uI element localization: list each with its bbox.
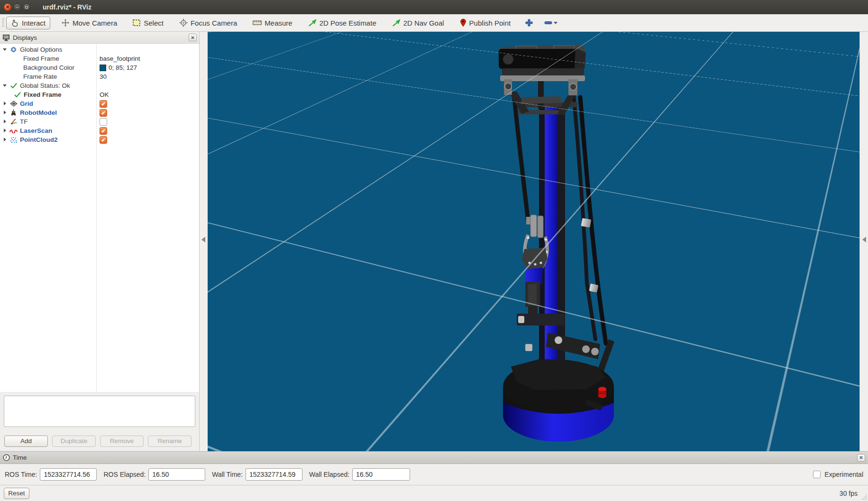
ros-time-field[interactable]: 1523327714.56 (40, 468, 97, 481)
time-panel: Time ✕ ROS Time: 1523327714.56 ROS Elaps… (0, 451, 868, 485)
panel-title: Displays (13, 34, 37, 41)
tree-item-label: Fixed Frame (24, 91, 62, 98)
expander-closed-icon[interactable] (2, 137, 8, 142)
tree-item-label: Frame Rate (23, 73, 57, 80)
experimental-checkbox[interactable] (813, 471, 821, 478)
visibility-checkbox[interactable] (100, 109, 107, 117)
grid-icon (9, 100, 18, 108)
tree-row-tf[interactable]: TF (0, 117, 199, 126)
ruler-icon (253, 20, 262, 25)
tree-row[interactable]: Global Options (0, 45, 199, 54)
property-value[interactable]: 30 (100, 73, 107, 80)
displays-panel: Displays ✕ Global Options Fixed Frame ba… (0, 32, 200, 451)
toolbar: Interact Move Camera Select Focus Camera… (0, 14, 868, 32)
tree-item-label: Grid (20, 100, 33, 107)
description-area (0, 392, 199, 431)
expander-closed-icon[interactable] (2, 110, 8, 115)
experimental-label: Experimental (824, 471, 863, 478)
time-panel-header[interactable]: Time ✕ (0, 451, 868, 464)
minus-icon (544, 21, 553, 25)
tool-label: Select (144, 19, 164, 27)
tree-item-label: LaserScan (20, 127, 52, 134)
visibility-checkbox[interactable] (100, 127, 107, 135)
property-value[interactable]: base_footprint (100, 55, 140, 62)
window-minimize-button[interactable]: – (13, 3, 21, 11)
green-check-icon (9, 82, 18, 90)
tree-row[interactable]: Fixed Frame base_footprint (0, 54, 199, 63)
green-check-icon (13, 91, 21, 99)
panel-title: Time (13, 454, 27, 461)
expander-open-icon[interactable] (2, 83, 8, 88)
reset-button[interactable]: Reset (4, 488, 29, 499)
status-bar: Reset 30 fps (0, 485, 868, 501)
expander-closed-icon[interactable] (2, 128, 8, 133)
ros-elapsed-label: ROS Elapsed: (103, 471, 146, 478)
tree-item-label: Global Status: Ok (20, 82, 70, 89)
tree-column-divider[interactable] (96, 44, 97, 392)
tree-row[interactable]: Background Color 0; 85; 127 (0, 63, 199, 72)
tree-row-laserscan[interactable]: LaserScan (0, 126, 199, 135)
tool-focus-camera[interactable]: Focus Camera (174, 16, 242, 29)
tree-row-grid[interactable]: Grid (0, 99, 199, 108)
fps-counter: 30 fps (840, 490, 864, 497)
time-panel-content: ROS Time: 1523327714.56 ROS Elapsed: 16.… (0, 464, 868, 485)
expander-closed-icon[interactable] (2, 101, 8, 106)
window-close-button[interactable]: ✕ (4, 3, 11, 11)
expander-closed-icon[interactable] (2, 119, 8, 124)
tree-row-robotmodel[interactable]: RobotModel (0, 108, 199, 117)
visibility-checkbox[interactable] (100, 118, 107, 126)
green-arrow-icon (392, 19, 401, 27)
property-value[interactable]: 0; 85; 127 (109, 64, 137, 71)
tool-2d-nav-goal[interactable]: 2D Nav Goal (387, 17, 449, 29)
close-icon[interactable]: ✕ (189, 34, 197, 41)
robot-icon (9, 109, 18, 117)
displays-tree: Global Options Fixed Frame base_footprin… (0, 44, 199, 392)
displays-buttons: Add Duplicate Remove Rename (0, 431, 199, 451)
hand-cursor-icon (11, 19, 19, 27)
tree-row[interactable]: Frame Rate 30 (0, 72, 199, 81)
collapse-left-icon[interactable] (201, 237, 205, 242)
selection-box-icon (133, 19, 141, 27)
move-arrows-icon (61, 19, 70, 27)
tree-row[interactable]: Fixed Frame OK (0, 90, 199, 99)
displays-panel-header[interactable]: Displays ✕ (0, 32, 199, 44)
expander-open-icon[interactable] (2, 47, 8, 52)
tool-interact[interactable]: Interact (6, 17, 50, 29)
panel-splitter-left[interactable] (200, 32, 208, 451)
chevron-down-icon (554, 22, 557, 24)
tool-select[interactable]: Select (128, 17, 168, 29)
ros-elapsed-field[interactable]: 16.50 (148, 468, 205, 481)
crosshair-icon (179, 19, 188, 27)
collapse-right-icon[interactable] (862, 237, 866, 242)
color-swatch[interactable] (100, 65, 106, 71)
tool-measure[interactable]: Measure (248, 17, 297, 29)
visibility-checkbox[interactable] (100, 136, 107, 144)
wall-time-field[interactable]: 1523327714.59 (246, 468, 302, 481)
render-viewport-3d[interactable] (208, 32, 859, 451)
wall-elapsed-field[interactable]: 16.50 (352, 468, 410, 481)
tool-2d-pose-estimate[interactable]: 2D Pose Estimate (303, 17, 381, 29)
title-bar: ✕ – urdf.rviz* - RViz (0, 0, 868, 14)
add-tool-button[interactable] (521, 17, 537, 28)
panel-splitter-right[interactable] (859, 32, 868, 451)
close-icon[interactable]: ✕ (857, 454, 865, 462)
gear-icon (9, 46, 18, 54)
ros-time-label: ROS Time: (5, 471, 37, 478)
rename-display-button[interactable]: Rename (148, 436, 192, 447)
tree-row-pointcloud2[interactable]: PointCloud2 (0, 135, 199, 144)
remove-display-button[interactable]: Remove (100, 436, 144, 447)
toolbar-drag-handle[interactable] (2, 18, 4, 28)
duplicate-display-button[interactable]: Duplicate (52, 436, 96, 447)
remove-tool-button[interactable] (540, 19, 561, 27)
tool-move-camera[interactable]: Move Camera (56, 16, 122, 29)
green-arrow-icon (308, 19, 317, 27)
add-display-button[interactable]: Add (4, 436, 48, 447)
visibility-checkbox[interactable] (100, 100, 107, 108)
window-maximize-button[interactable] (23, 3, 30, 11)
tree-item-label: PointCloud2 (20, 136, 58, 143)
tool-label: 2D Nav Goal (403, 19, 444, 27)
tool-publish-point[interactable]: Publish Point (455, 16, 516, 29)
map-pin-icon (460, 19, 466, 27)
tree-row[interactable]: Global Status: Ok (0, 81, 199, 90)
window-title: urdf.rviz* - RViz (43, 3, 91, 11)
